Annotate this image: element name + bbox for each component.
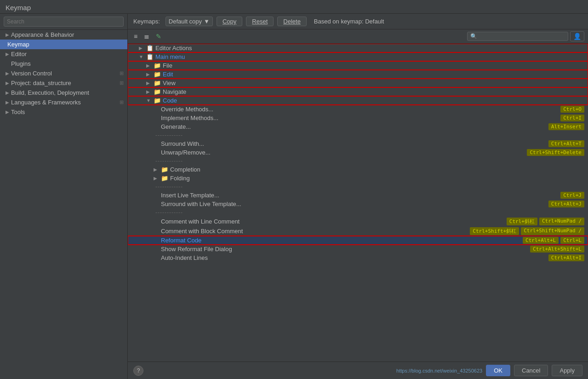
arrow-icon: ▶ bbox=[6, 100, 9, 105]
shortcut-badge-1: Ctrl+Shift+斜杠 bbox=[470, 227, 519, 235]
tree-item-label: Generate... bbox=[161, 123, 548, 130]
bottom-left: ? bbox=[133, 366, 143, 376]
tree-item-label: View bbox=[163, 80, 584, 86]
folder-icon: 📁 bbox=[154, 88, 161, 95]
tree-item-code[interactable]: ▼ 📁 Code bbox=[128, 96, 588, 105]
sidebar-item-appearance[interactable]: ▶ Appearance & Behavior bbox=[0, 30, 127, 40]
tree-item-show-reformat-dialog[interactable]: ▶ Show Reformat File Dialog Ctrl+Alt+Shi… bbox=[128, 245, 588, 253]
bottom-right: https://blog.csdn.net/weixin_43250623 OK… bbox=[396, 365, 582, 376]
sidebar-item-keymap[interactable]: Keymap bbox=[0, 40, 127, 49]
tree-item-unwrap-remove[interactable]: ▶ Unwrap/Remove... Ctrl+Shift+Delete bbox=[128, 148, 588, 157]
arrow-icon: ▶ bbox=[6, 52, 9, 57]
expand-arrow-icon: ▶ bbox=[139, 46, 146, 51]
sidebar-search-input[interactable] bbox=[4, 17, 124, 27]
expand-arrow-icon: ▶ bbox=[146, 72, 154, 77]
tree-item-edit[interactable]: ▶ 📁 Edit bbox=[128, 70, 588, 79]
settings-sidebar: ▶ Appearance & Behavior Keymap ▶ Editor … bbox=[0, 14, 128, 379]
shortcuts-container: Ctrl+Shift+Delete bbox=[527, 149, 584, 156]
folder-icon: 📁 bbox=[154, 97, 161, 104]
tree-item-navigate[interactable]: ▶ 📁 Navigate bbox=[128, 87, 588, 96]
separator-3: ------------ bbox=[128, 183, 588, 191]
keymap-search-input[interactable] bbox=[467, 32, 568, 41]
delete-button[interactable]: Delete bbox=[277, 17, 307, 26]
sidebar-item-build[interactable]: ▶ Build, Execution, Deployment bbox=[0, 88, 127, 98]
help-icon: ? bbox=[137, 368, 140, 374]
sidebar-item-label: Editor bbox=[11, 51, 27, 57]
folder-icon: 📁 bbox=[161, 175, 168, 182]
tree-item-label: Insert Live Template... bbox=[161, 192, 560, 199]
dialog-bottom-bar: ? https://blog.csdn.net/weixin_43250623 … bbox=[128, 362, 588, 379]
tree-item-surround-with[interactable]: ▶ Surround With... Ctrl+Alt+T bbox=[128, 139, 588, 148]
tree-item-label: Main menu bbox=[155, 53, 584, 60]
apply-button[interactable]: Apply bbox=[552, 365, 582, 376]
tree-item-label: Comment with Block Comment bbox=[161, 228, 470, 235]
arrow-icon: ▶ bbox=[6, 80, 9, 86]
sidebar-item-editor[interactable]: ▶ Editor bbox=[0, 49, 127, 59]
sidebar-search-container bbox=[0, 14, 127, 30]
sidebar-item-version-control[interactable]: ▶ Version Control ⊞ bbox=[0, 69, 127, 78]
folder-icon: 📁 bbox=[154, 71, 161, 78]
tree-item-label: Folding bbox=[170, 175, 584, 182]
reset-button[interactable]: Reset bbox=[246, 17, 274, 26]
arrow-icon: ▶ bbox=[6, 32, 9, 37]
tree-item-label: Auto-Indent Lines bbox=[161, 254, 548, 261]
keymap-value: Default copy bbox=[169, 18, 202, 25]
tree-item-main-menu[interactable]: ▼ 📋 Main menu bbox=[128, 52, 588, 61]
shortcut-badge-2: Ctrl+NumPad / bbox=[539, 218, 584, 225]
expand-arrow-icon: ▼ bbox=[146, 98, 154, 103]
expand-arrow-icon: ▶ bbox=[154, 167, 161, 172]
sidebar-item-tools[interactable]: ▶ Tools bbox=[0, 107, 127, 117]
expand-arrow-icon: ▶ bbox=[146, 89, 154, 94]
help-button[interactable]: ? bbox=[133, 366, 143, 376]
keymap-toolbar: ≡ ≣ ✎ 👤 bbox=[128, 29, 588, 44]
shortcuts-container: Alt+Insert bbox=[548, 123, 584, 130]
sidebar-item-plugins[interactable]: ▶ Plugins bbox=[0, 59, 127, 69]
tree-item-label: Comment with Line Comment bbox=[161, 218, 507, 225]
sidebar-item-languages[interactable]: ▶ Languages & Frameworks ⊞ bbox=[0, 98, 127, 107]
folder-icon: 📋 bbox=[146, 45, 154, 52]
tree-item-comment-block[interactable]: ▶ Comment with Block Comment Ctrl+Shift+… bbox=[128, 226, 588, 236]
sidebar-item-label: Build, Execution, Deployment bbox=[11, 89, 89, 96]
tree-item-auto-indent[interactable]: ▶ Auto-Indent Lines Ctrl+Alt+I bbox=[128, 253, 588, 262]
shortcut-badge-2: Ctrl+Shift+NumPad / bbox=[521, 227, 584, 235]
cancel-button[interactable]: Cancel bbox=[514, 365, 548, 376]
tree-item-comment-line[interactable]: ▶ Comment with Line Comment Ctrl+斜杠 Ctrl… bbox=[128, 217, 588, 226]
tree-item-completion[interactable]: ▶ 📁 Completion bbox=[128, 165, 588, 174]
filter-button[interactable]: ✎ bbox=[154, 31, 164, 41]
tree-item-reformat-code[interactable]: ▶ Reformat Code Ctrl+Alt+L Ctrl+L bbox=[128, 236, 588, 245]
tree-item-folding[interactable]: ▶ 📁 Folding bbox=[128, 174, 588, 183]
tree-item-surround-live-template[interactable]: ▶ Surround with Live Template... Ctrl+Al… bbox=[128, 200, 588, 208]
shortcuts-container: Ctrl+J bbox=[560, 192, 584, 199]
tree-item-file[interactable]: ▶ 📁 File bbox=[128, 61, 588, 70]
sidebar-item-label: Plugins bbox=[11, 60, 31, 67]
based-on-label: Based on keymap: Default bbox=[314, 18, 384, 25]
expand-all-button[interactable]: ≡ bbox=[131, 31, 140, 41]
tree-item-generate[interactable]: ▶ Generate... Alt+Insert bbox=[128, 122, 588, 131]
ok-button[interactable]: OK bbox=[486, 365, 510, 376]
tree-item-label: Show Reformat File Dialog bbox=[161, 246, 530, 253]
tree-item-label: Editor Actions bbox=[155, 45, 584, 52]
tree-item-override-methods[interactable]: ▶ Override Methods... Ctrl+O bbox=[128, 105, 588, 114]
shortcut-badge-1: Ctrl+斜杠 bbox=[507, 218, 537, 225]
tree-item-implement-methods[interactable]: ▶ Implement Methods... Ctrl+I bbox=[128, 114, 588, 122]
shortcuts-container: Ctrl+Alt+I bbox=[548, 254, 584, 261]
user-filter-button[interactable]: 👤 bbox=[570, 31, 584, 41]
tree-item-editor-actions[interactable]: ▶ 📋 Editor Actions bbox=[128, 44, 588, 52]
keymap-dropdown[interactable]: Default copy ▼ bbox=[166, 17, 213, 26]
collapse-all-button[interactable]: ≣ bbox=[142, 31, 152, 41]
keymap-content: Keymaps: Default copy ▼ Copy Reset Delet… bbox=[128, 14, 588, 379]
keymaps-label: Keymaps: bbox=[133, 18, 160, 25]
tree-item-view[interactable]: ▶ 📁 View bbox=[128, 79, 588, 87]
shortcut-badge: Alt+Insert bbox=[548, 123, 584, 130]
shortcut-badge: Ctrl+O bbox=[560, 106, 584, 113]
arrow-icon: ▶ bbox=[6, 71, 9, 76]
shortcut-badge: Ctrl+Alt+I bbox=[548, 254, 584, 261]
dialog-title-bar: Keymap bbox=[0, 0, 588, 14]
tree-item-label: Code bbox=[163, 97, 584, 104]
shortcut-badge: Ctrl+Alt+Shift+L bbox=[530, 246, 584, 253]
arrow-icon: ▶ bbox=[6, 109, 9, 115]
tree-item-insert-live-template[interactable]: ▶ Insert Live Template... Ctrl+J bbox=[128, 191, 588, 200]
folder-icon: 📁 bbox=[154, 80, 161, 86]
sidebar-item-project[interactable]: ▶ Project: data_structure ⊞ bbox=[0, 78, 127, 88]
copy-button[interactable]: Copy bbox=[217, 17, 242, 26]
